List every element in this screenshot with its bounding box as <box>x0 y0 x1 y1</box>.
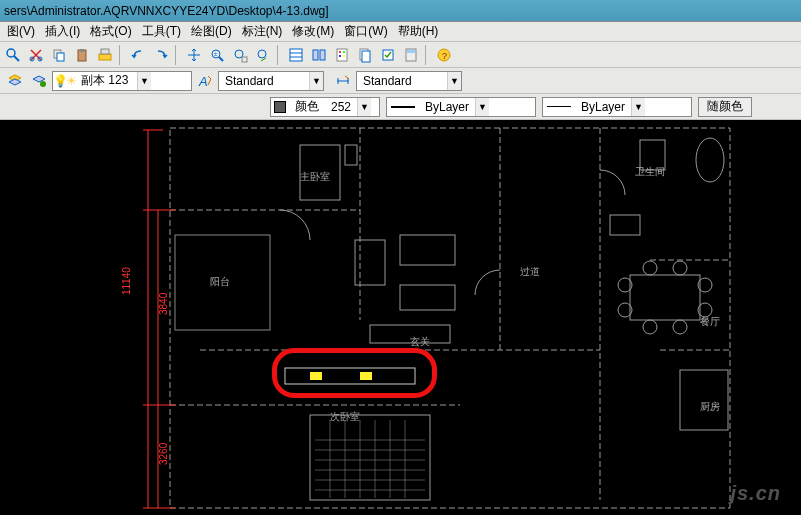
color-swatch <box>274 101 286 113</box>
svg-rect-24 <box>339 55 341 57</box>
markup-icon[interactable] <box>377 44 399 66</box>
menu-modify[interactable]: 修改(M) <box>287 21 339 42</box>
label-bath: 卫生间 <box>635 166 665 177</box>
svg-rect-19 <box>313 50 318 60</box>
window-title: sers\Administrator.AQRVNNXCYYE24YD\Deskt… <box>4 4 329 18</box>
chevron-down-icon: ▼ <box>357 98 371 116</box>
svg-rect-22 <box>339 51 341 53</box>
redo-icon[interactable] <box>150 44 172 66</box>
textstyle-icon[interactable]: A <box>194 70 216 92</box>
properties-toolbar: 颜色 252 ▼ ByLayer ▼ ByLayer ▼ 随颜色 <box>0 94 801 120</box>
dimstyle-dropdown[interactable]: Standard ▼ <box>356 71 462 91</box>
menu-bar: 图(V) 插入(I) 格式(O) 工具(T) 绘图(D) 标注(N) 修改(M)… <box>0 22 801 42</box>
svg-text:A: A <box>198 74 208 89</box>
svg-rect-20 <box>320 50 325 60</box>
undo-icon[interactable] <box>127 44 149 66</box>
svg-point-65 <box>673 320 687 334</box>
svg-rect-14 <box>242 57 247 62</box>
layer-states-icon[interactable] <box>28 70 50 92</box>
sheetset-icon[interactable] <box>354 44 376 66</box>
svg-rect-67 <box>310 415 430 500</box>
svg-point-64 <box>643 320 657 334</box>
svg-rect-51 <box>400 235 455 265</box>
svg-line-1 <box>14 56 19 61</box>
bycolor-button[interactable]: 随颜色 <box>698 97 752 117</box>
chevron-down-icon: ▼ <box>447 72 461 90</box>
dimstyle-value: Standard <box>357 74 447 88</box>
lineweight-value: ByLayer <box>575 100 631 114</box>
color-value: 252 <box>325 100 357 114</box>
layer-props-icon[interactable] <box>4 70 26 92</box>
svg-rect-49 <box>345 145 357 165</box>
linetype-dropdown[interactable]: ByLayer ▼ <box>386 97 536 117</box>
label-dining: 餐厅 <box>700 316 720 327</box>
layer-name: 副本 123 <box>77 72 137 89</box>
textstyle-value: Standard <box>219 74 309 88</box>
chevron-down-icon: ▼ <box>631 98 645 116</box>
svg-rect-56 <box>610 215 640 235</box>
svg-rect-52 <box>400 285 455 310</box>
linetype-value: ByLayer <box>419 100 475 114</box>
paste-icon[interactable] <box>71 44 93 66</box>
svg-point-63 <box>673 261 687 275</box>
dcenter-icon[interactable] <box>308 44 330 66</box>
svg-point-54 <box>696 138 724 182</box>
separator <box>175 45 180 65</box>
menu-window[interactable]: 窗口(W) <box>339 21 392 42</box>
menu-view[interactable]: 图(V) <box>2 21 40 42</box>
calc-icon[interactable] <box>400 44 422 66</box>
textstyle-dropdown[interactable]: Standard ▼ <box>218 71 324 91</box>
props-icon[interactable] <box>285 44 307 66</box>
help-icon[interactable]: ? <box>433 44 455 66</box>
menu-draw[interactable]: 绘图(D) <box>186 21 237 42</box>
svg-point-15 <box>258 50 266 58</box>
dim-11140: 11140 <box>121 267 132 295</box>
drawing-canvas[interactable]: 11140 3840 3260 主卧室 阳台 卫生间 过道 餐厅 厨房 次卧室 … <box>0 120 801 515</box>
zoom-prev-icon[interactable] <box>252 44 274 66</box>
layer-dropdown[interactable]: 💡 ☀ 副本 123 ▼ <box>52 71 192 91</box>
menu-format[interactable]: 格式(O) <box>85 21 136 42</box>
search-icon[interactable] <box>2 44 24 66</box>
svg-point-62 <box>643 261 657 275</box>
chevron-down-icon: ▼ <box>309 72 323 90</box>
separator <box>277 45 282 65</box>
zoom-rt-icon[interactable]: ± <box>206 44 228 66</box>
separator <box>119 45 124 65</box>
label-foyer: 玄关 <box>410 336 430 347</box>
cut-icon[interactable] <box>25 44 47 66</box>
svg-line-11 <box>219 57 223 61</box>
label-balcony: 阳台 <box>210 276 230 287</box>
dimstyle-icon[interactable] <box>332 70 354 92</box>
label-bed2: 次卧室 <box>330 411 360 422</box>
lineweight-dropdown[interactable]: ByLayer ▼ <box>542 97 692 117</box>
color-dropdown[interactable]: 颜色 252 ▼ <box>270 97 380 117</box>
menu-insert[interactable]: 插入(I) <box>40 21 85 42</box>
svg-rect-66 <box>680 370 728 430</box>
menu-help[interactable]: 帮助(H) <box>393 21 444 42</box>
copy-icon[interactable] <box>48 44 70 66</box>
svg-rect-9 <box>101 49 109 54</box>
label-corridor: 过道 <box>520 266 540 277</box>
chevron-down-icon: ▼ <box>137 72 151 90</box>
zoom-window-icon[interactable] <box>229 44 251 66</box>
tool-palette-icon[interactable] <box>331 44 353 66</box>
svg-rect-8 <box>99 54 111 60</box>
svg-rect-5 <box>57 53 64 61</box>
annotation-highlight <box>272 348 437 398</box>
pan-icon[interactable] <box>183 44 205 66</box>
svg-rect-27 <box>362 51 370 62</box>
styles-toolbar: 💡 ☀ 副本 123 ▼ A Standard ▼ Standard ▼ <box>0 68 801 94</box>
match-icon[interactable] <box>94 44 116 66</box>
floorplan-svg: 11140 3840 3260 主卧室 阳台 卫生间 过道 餐厅 厨房 次卧室 … <box>0 120 801 515</box>
menu-annotate[interactable]: 标注(N) <box>237 21 288 42</box>
svg-rect-7 <box>80 49 84 52</box>
dim-3260: 3260 <box>158 442 169 465</box>
menu-tools[interactable]: 工具(T) <box>137 21 186 42</box>
lineweight-preview <box>547 106 571 107</box>
separator <box>425 45 430 65</box>
svg-rect-25 <box>343 55 345 57</box>
window-titlebar: sers\Administrator.AQRVNNXCYYE24YD\Deskt… <box>0 0 801 22</box>
label-kitchen: 厨房 <box>700 401 720 412</box>
watermark: js.cn <box>730 482 781 505</box>
dim-3840: 3840 <box>158 292 169 315</box>
